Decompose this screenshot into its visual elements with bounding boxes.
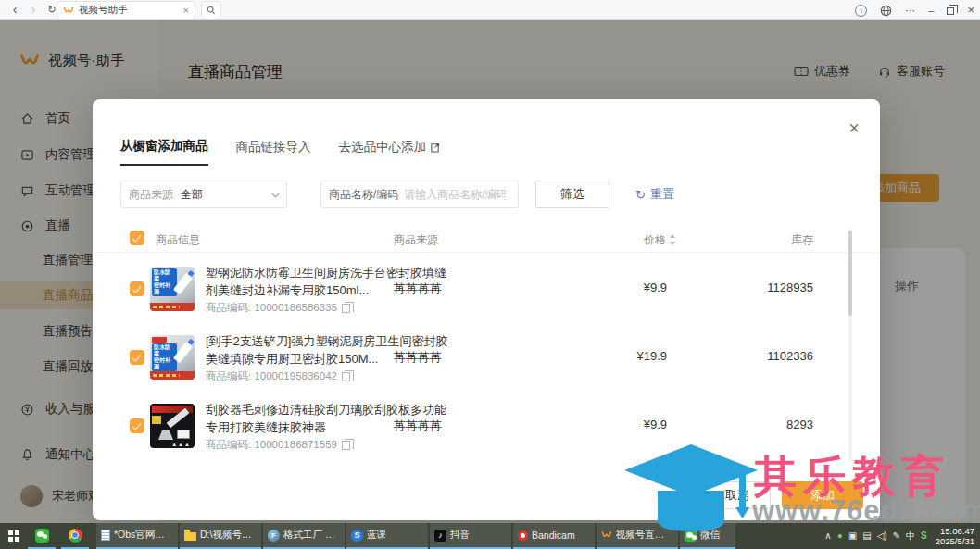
table-row: 防水防霉密封补漏 塑钢泥防水防霉卫生间厨房洗手台密封胶填缝剂美缝封边补漏专用胶1… [93,255,880,323]
product-source: 苒苒苒苒 [394,418,442,434]
taskbar-app-douyin[interactable]: ♪抖音 [430,523,511,549]
channels-live-icon [601,530,612,540]
search-input[interactable] [404,188,506,201]
source-value: 全部 [181,187,265,203]
start-button[interactable] [0,523,28,549]
taskbar-app-label: D:\视频号直播... [200,529,257,542]
product-image: 防水防霉密封补漏 [150,335,195,380]
taskbar-app-folder[interactable]: D:\视频号直播... [180,523,261,549]
product-stock: 1102336 [732,349,813,363]
select-all-checkbox[interactable] [130,231,144,245]
download-icon[interactable]: ↓ [855,5,867,17]
copy-icon[interactable] [342,372,350,381]
external-link-icon [430,143,440,153]
filter-row: 商品来源 全部 商品名称/编码 筛选 ↻ 重置 [120,181,674,208]
cancel-button[interactable]: 取消 [704,481,771,509]
window-restore-icon[interactable] [947,7,954,15]
taskbar-wechat-button[interactable] [28,523,56,549]
browser-back-icon[interactable]: ‹ [6,0,24,20]
browser-menu-icon[interactable]: ⋯ [905,0,915,20]
row-checkbox[interactable] [130,350,144,365]
window-minimize-icon[interactable]: – [928,0,934,20]
copy-icon[interactable] [342,441,350,450]
browser-tab[interactable]: 视频号助手 × [57,2,195,19]
table-row: 刮胶器毛刺修边清硅胶刮刀璃胶刮胶板多功能专用打胶美缝抹胶神器 商品编码: 100… [93,392,880,460]
product-stock: 1128935 [732,281,813,294]
taskbar-app-label: 抖音 [450,529,470,542]
taskbar-app-label: 格式工厂 X64 ... [283,529,340,542]
browser-toolbar: ‹ › ↻ 视频号助手 × ↓ ⋯ – × [0,0,980,20]
filter-button[interactable]: 筛选 [535,181,609,208]
product-image [150,404,195,448]
tray-chevron-icon[interactable]: ∧ [824,523,831,549]
taskbar-app-label: 视频号直播伴侣 [616,529,673,542]
add-product-modal: × 从橱窗添加商品 商品链接导入 去选品中心添加 商品来源 全部 商品名称/编码 [93,99,880,520]
product-image: 防水防霉密封补漏 [150,267,195,311]
search-box: 商品名称/编码 [320,181,519,208]
product-price: ¥19.9 [593,349,667,363]
tray-sogou-icon[interactable]: S [921,523,927,549]
product-stock: 8293 [732,418,813,431]
tray-photo-icon[interactable]: ▤ [862,523,871,549]
reset-button[interactable]: ↻ 重置 [635,186,674,203]
tab-import-product-link[interactable]: 商品链接导入 [236,138,311,166]
search-icon [207,6,216,15]
price-sort-icon[interactable] [670,234,676,245]
taskbar-app-label: 蓝课 [367,529,386,542]
lanke-icon: S [351,530,363,542]
table-row: 防水防霉密封补漏 [到手2支送铲刀]强力塑钢泥厨房卫生间密封胶美缝填隙专用厨卫密… [93,323,880,392]
source-label: 商品来源 [129,187,173,203]
tray-ime-icon[interactable]: 中 [906,523,915,549]
product-code: 商品编码: 10000186871559 [206,438,350,452]
reset-label: 重置 [650,186,674,203]
taskbar-app-label: Bandicam [532,530,575,541]
product-source: 苒苒苒苒 [394,349,442,366]
tab-add-from-showcase[interactable]: 从橱窗添加商品 [120,138,208,166]
taskbar-app-wechat-window[interactable]: 微信 [680,523,735,549]
search-label: 商品名称/编码 [329,187,398,203]
notepad-icon [101,530,110,541]
reset-icon: ↻ [635,188,646,202]
app-page: 视频号·助手 首页 内容管理 互动管理 直播 直播管理 直播商品管理 直播预告 … [0,20,980,523]
table-scrollbar [848,229,852,462]
taskbar-app-format-factory[interactable]: F格式工厂 X64 ... [263,523,345,549]
clock-date: 2025/5/31 [936,536,974,546]
tab-selection-center[interactable]: 去选品中心添加 [339,138,441,166]
wechat-icon [685,530,697,542]
product-source-dropdown[interactable]: 商品来源 全部 [120,181,287,208]
tray-pen-icon[interactable]: ✎ [893,523,900,549]
taskbar-app-bandicam[interactable]: Bandicam [513,523,595,549]
window-close-icon[interactable]: × [967,0,974,20]
modal-close-icon[interactable]: × [848,119,860,136]
row-checkbox[interactable] [130,418,144,433]
taskbar-clock[interactable]: 15:06:47 2025/5/31 [933,526,974,546]
tab-search-button[interactable] [202,2,220,19]
tray-app-icon[interactable]: ● [837,523,843,549]
browser-forward-icon[interactable]: › [24,0,43,20]
tray-display-icon[interactable]: ▣ [848,523,857,549]
modal-tabs: 从橱窗添加商品 商品链接导入 去选品中心添加 [120,138,440,166]
copy-icon[interactable] [342,304,350,313]
confirm-add-button[interactable]: 添加 [782,481,863,509]
column-product-source: 商品来源 [394,232,438,248]
douyin-icon: ♪ [434,530,446,542]
windows-logo-icon [8,530,19,542]
taskbar: *Obs官网电脑... D:\视频号直播... F格式工厂 X64 ... S蓝… [0,523,980,549]
product-source: 苒苒苒苒 [394,281,442,297]
clock-time: 15:06:47 [936,526,974,536]
globe-icon[interactable] [880,5,892,17]
wechat-icon [35,529,49,543]
taskbar-chrome-button[interactable] [61,523,89,549]
taskbar-app-notepad[interactable]: *Obs官网电脑... [96,523,178,549]
taskbar-app-channels-live[interactable]: 视频号直播伴侣 [597,523,678,549]
row-checkbox[interactable] [130,281,144,296]
format-factory-icon: F [268,530,280,542]
channels-favicon-icon [63,6,74,15]
tray-speaker-icon[interactable]: ◁) [877,523,887,549]
chrome-icon [69,529,82,543]
taskbar-app-label: 微信 [700,529,720,542]
scrollbar-thumb[interactable] [848,231,852,316]
taskbar-app-lanke[interactable]: S蓝课 [346,523,428,549]
system-tray: ∧ ● ▣ ▤ ◁) ✎ 中 S 15:06:47 2025/5/31 [824,523,978,549]
tab-close-icon[interactable]: × [183,5,189,16]
